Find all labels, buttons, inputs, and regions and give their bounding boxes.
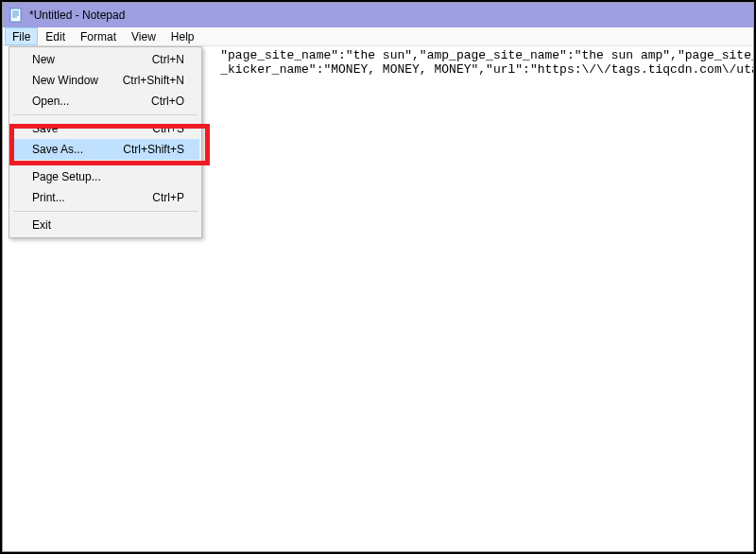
menu-item-label: Save As... <box>32 143 83 156</box>
file-menu-save[interactable]: SaveCtrl+S <box>11 118 199 139</box>
menu-format[interactable]: Format <box>73 27 124 45</box>
file-menu-new-window[interactable]: New WindowCtrl+Shift+N <box>11 70 199 91</box>
menu-item-shortcut: Ctrl+N <box>152 53 184 66</box>
menu-item-shortcut: Ctrl+O <box>151 95 184 108</box>
titlebar[interactable]: *Untitled - Notepad <box>3 3 753 27</box>
file-menu-dropdown: NewCtrl+NNew WindowCtrl+Shift+NOpen...Ct… <box>9 46 202 238</box>
menu-item-label: Exit <box>32 218 51 232</box>
notepad-window: *Untitled - Notepad File Edit Format Vie… <box>2 2 754 552</box>
menu-item-label: Open... <box>32 95 69 108</box>
menu-item-label: Page Setup... <box>32 170 101 183</box>
file-menu-new[interactable]: NewCtrl+N <box>11 49 199 70</box>
menu-view[interactable]: View <box>124 27 163 45</box>
menu-separator <box>13 211 198 212</box>
menu-item-label: Save <box>32 122 58 135</box>
file-menu-open[interactable]: Open...Ctrl+O <box>11 91 199 112</box>
menu-item-label: New Window <box>32 74 98 87</box>
menubar: File Edit Format View Help <box>3 27 753 46</box>
menu-item-shortcut: Ctrl+P <box>152 191 184 204</box>
menu-item-label: New <box>32 53 55 66</box>
file-menu-page-setup[interactable]: Page Setup... <box>11 166 199 187</box>
menu-item-shortcut: Ctrl+Shift+N <box>123 74 184 87</box>
menu-edit[interactable]: Edit <box>38 27 73 45</box>
file-menu-save-as[interactable]: Save As...Ctrl+Shift+S <box>11 139 199 160</box>
menu-separator <box>13 163 198 164</box>
menu-separator <box>13 114 198 115</box>
file-menu-print[interactable]: Print...Ctrl+P <box>11 187 199 208</box>
window-title: *Untitled - Notepad <box>29 9 125 22</box>
menu-item-label: Print... <box>32 191 65 204</box>
menu-file[interactable]: File <box>5 27 38 45</box>
menu-help[interactable]: Help <box>163 27 202 45</box>
notepad-app-icon <box>9 8 24 23</box>
file-menu-exit[interactable]: Exit <box>11 215 199 235</box>
menu-item-shortcut: Ctrl+Shift+S <box>123 143 184 156</box>
menu-item-shortcut: Ctrl+S <box>152 122 184 135</box>
